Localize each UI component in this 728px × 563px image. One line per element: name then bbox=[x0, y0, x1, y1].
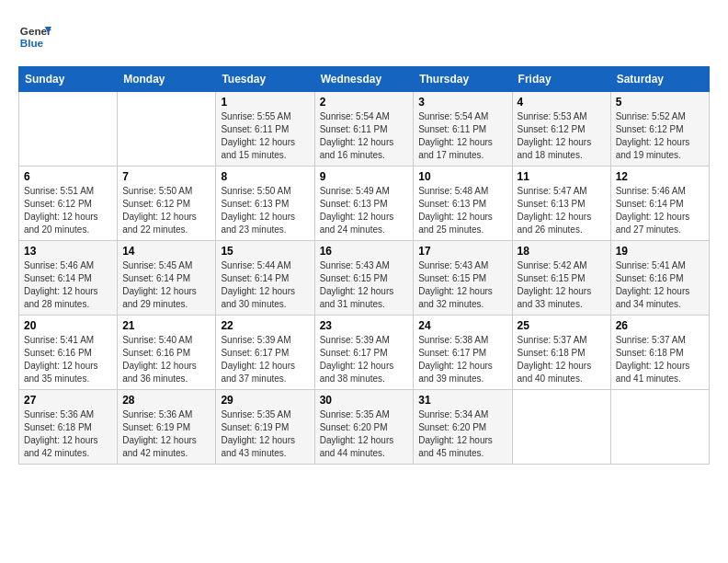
day-info: Sunrise: 5:48 AM Sunset: 6:13 PM Dayligh… bbox=[418, 185, 506, 236]
day-number: 10 bbox=[418, 170, 506, 183]
calendar-cell: 17Sunrise: 5:43 AM Sunset: 6:15 PM Dayli… bbox=[414, 241, 512, 316]
calendar-table: SundayMondayTuesdayWednesdayThursdayFrid… bbox=[18, 66, 710, 465]
day-number: 20 bbox=[24, 319, 112, 332]
calendar-cell: 23Sunrise: 5:39 AM Sunset: 6:17 PM Dayli… bbox=[314, 316, 414, 390]
day-header-saturday: Saturday bbox=[610, 67, 709, 92]
day-info: Sunrise: 5:54 AM Sunset: 6:11 PM Dayligh… bbox=[418, 110, 506, 162]
calendar-cell bbox=[610, 390, 709, 465]
calendar-cell bbox=[512, 390, 610, 465]
day-info: Sunrise: 5:36 AM Sunset: 6:18 PM Dayligh… bbox=[24, 408, 112, 460]
day-info: Sunrise: 5:43 AM Sunset: 6:15 PM Dayligh… bbox=[418, 259, 506, 311]
day-info: Sunrise: 5:37 AM Sunset: 6:18 PM Dayligh… bbox=[518, 334, 606, 385]
day-info: Sunrise: 5:55 AM Sunset: 6:11 PM Dayligh… bbox=[221, 110, 309, 162]
calendar-cell: 30Sunrise: 5:35 AM Sunset: 6:20 PM Dayli… bbox=[314, 390, 414, 465]
day-info: Sunrise: 5:37 AM Sunset: 6:18 PM Dayligh… bbox=[616, 334, 704, 385]
day-info: Sunrise: 5:46 AM Sunset: 6:14 PM Dayligh… bbox=[616, 185, 704, 236]
calendar-cell: 25Sunrise: 5:37 AM Sunset: 6:18 PM Dayli… bbox=[512, 316, 610, 390]
day-info: Sunrise: 5:41 AM Sunset: 6:16 PM Dayligh… bbox=[24, 334, 112, 385]
calendar-cell: 24Sunrise: 5:38 AM Sunset: 6:17 PM Dayli… bbox=[414, 316, 512, 390]
day-header-thursday: Thursday bbox=[414, 67, 512, 92]
day-info: Sunrise: 5:43 AM Sunset: 6:15 PM Dayligh… bbox=[320, 259, 409, 311]
day-number: 30 bbox=[320, 394, 409, 407]
calendar-cell: 20Sunrise: 5:41 AM Sunset: 6:16 PM Dayli… bbox=[19, 316, 118, 390]
calendar-cell: 13Sunrise: 5:46 AM Sunset: 6:14 PM Dayli… bbox=[19, 241, 118, 316]
day-info: Sunrise: 5:42 AM Sunset: 6:15 PM Dayligh… bbox=[518, 259, 606, 311]
logo-icon: General Blue bbox=[18, 18, 51, 52]
day-number: 9 bbox=[320, 170, 409, 183]
day-number: 6 bbox=[24, 170, 112, 183]
day-info: Sunrise: 5:46 AM Sunset: 6:14 PM Dayligh… bbox=[24, 259, 112, 311]
day-info: Sunrise: 5:41 AM Sunset: 6:16 PM Dayligh… bbox=[616, 259, 704, 311]
day-number: 31 bbox=[418, 394, 506, 407]
day-number: 14 bbox=[122, 245, 210, 258]
day-number: 4 bbox=[518, 96, 606, 109]
day-info: Sunrise: 5:47 AM Sunset: 6:13 PM Dayligh… bbox=[518, 185, 606, 236]
logo: General Blue bbox=[18, 18, 55, 52]
day-number: 18 bbox=[518, 245, 606, 258]
day-info: Sunrise: 5:54 AM Sunset: 6:11 PM Dayligh… bbox=[320, 110, 409, 162]
day-number: 1 bbox=[221, 96, 309, 109]
calendar-cell: 26Sunrise: 5:37 AM Sunset: 6:18 PM Dayli… bbox=[610, 316, 709, 390]
calendar-cell: 12Sunrise: 5:46 AM Sunset: 6:14 PM Dayli… bbox=[610, 167, 709, 241]
calendar-cell: 19Sunrise: 5:41 AM Sunset: 6:16 PM Dayli… bbox=[610, 241, 709, 316]
svg-text:General: General bbox=[20, 25, 51, 37]
day-number: 29 bbox=[221, 394, 309, 407]
calendar-cell bbox=[19, 92, 118, 167]
day-number: 12 bbox=[616, 170, 704, 183]
calendar-cell: 31Sunrise: 5:34 AM Sunset: 6:20 PM Dayli… bbox=[414, 390, 512, 465]
day-number: 21 bbox=[122, 319, 210, 332]
day-number: 11 bbox=[518, 170, 606, 183]
day-header-wednesday: Wednesday bbox=[314, 67, 414, 92]
day-number: 3 bbox=[418, 96, 506, 109]
calendar-cell: 3Sunrise: 5:54 AM Sunset: 6:11 PM Daylig… bbox=[414, 92, 512, 167]
day-header-tuesday: Tuesday bbox=[216, 67, 314, 92]
calendar-cell: 15Sunrise: 5:44 AM Sunset: 6:14 PM Dayli… bbox=[216, 241, 314, 316]
calendar-cell: 16Sunrise: 5:43 AM Sunset: 6:15 PM Dayli… bbox=[314, 241, 414, 316]
day-header-sunday: Sunday bbox=[19, 67, 118, 92]
calendar-cell bbox=[118, 92, 216, 167]
day-number: 16 bbox=[320, 245, 409, 258]
day-number: 25 bbox=[518, 319, 606, 332]
day-number: 2 bbox=[320, 96, 409, 109]
day-header-friday: Friday bbox=[512, 67, 610, 92]
day-info: Sunrise: 5:36 AM Sunset: 6:19 PM Dayligh… bbox=[122, 408, 210, 460]
calendar-cell: 10Sunrise: 5:48 AM Sunset: 6:13 PM Dayli… bbox=[414, 167, 512, 241]
day-info: Sunrise: 5:53 AM Sunset: 6:12 PM Dayligh… bbox=[518, 110, 606, 162]
day-info: Sunrise: 5:45 AM Sunset: 6:14 PM Dayligh… bbox=[122, 259, 210, 311]
day-info: Sunrise: 5:51 AM Sunset: 6:12 PM Dayligh… bbox=[24, 185, 112, 236]
day-info: Sunrise: 5:50 AM Sunset: 6:13 PM Dayligh… bbox=[221, 185, 309, 236]
svg-text:Blue: Blue bbox=[20, 37, 44, 49]
day-number: 7 bbox=[122, 170, 210, 183]
day-info: Sunrise: 5:50 AM Sunset: 6:12 PM Dayligh… bbox=[122, 185, 210, 236]
day-number: 22 bbox=[221, 319, 309, 332]
day-number: 27 bbox=[24, 394, 112, 407]
day-number: 23 bbox=[320, 319, 409, 332]
day-info: Sunrise: 5:39 AM Sunset: 6:17 PM Dayligh… bbox=[221, 334, 309, 385]
day-info: Sunrise: 5:38 AM Sunset: 6:17 PM Dayligh… bbox=[418, 334, 506, 385]
day-header-monday: Monday bbox=[118, 67, 216, 92]
day-number: 17 bbox=[418, 245, 506, 258]
calendar-cell: 21Sunrise: 5:40 AM Sunset: 6:16 PM Dayli… bbox=[118, 316, 216, 390]
day-info: Sunrise: 5:49 AM Sunset: 6:13 PM Dayligh… bbox=[320, 185, 409, 236]
calendar-cell: 14Sunrise: 5:45 AM Sunset: 6:14 PM Dayli… bbox=[118, 241, 216, 316]
page-header: General Blue bbox=[18, 18, 710, 52]
day-number: 24 bbox=[418, 319, 506, 332]
day-info: Sunrise: 5:39 AM Sunset: 6:17 PM Dayligh… bbox=[320, 334, 409, 385]
day-info: Sunrise: 5:35 AM Sunset: 6:19 PM Dayligh… bbox=[221, 408, 309, 460]
day-info: Sunrise: 5:40 AM Sunset: 6:16 PM Dayligh… bbox=[122, 334, 210, 385]
calendar-cell: 7Sunrise: 5:50 AM Sunset: 6:12 PM Daylig… bbox=[118, 167, 216, 241]
calendar-cell: 8Sunrise: 5:50 AM Sunset: 6:13 PM Daylig… bbox=[216, 167, 314, 241]
day-number: 15 bbox=[221, 245, 309, 258]
calendar-cell: 18Sunrise: 5:42 AM Sunset: 6:15 PM Dayli… bbox=[512, 241, 610, 316]
day-info: Sunrise: 5:44 AM Sunset: 6:14 PM Dayligh… bbox=[221, 259, 309, 311]
calendar-cell: 6Sunrise: 5:51 AM Sunset: 6:12 PM Daylig… bbox=[19, 167, 118, 241]
calendar-cell: 1Sunrise: 5:55 AM Sunset: 6:11 PM Daylig… bbox=[216, 92, 314, 167]
day-info: Sunrise: 5:35 AM Sunset: 6:20 PM Dayligh… bbox=[320, 408, 409, 460]
calendar-cell: 11Sunrise: 5:47 AM Sunset: 6:13 PM Dayli… bbox=[512, 167, 610, 241]
day-number: 19 bbox=[616, 245, 704, 258]
day-number: 13 bbox=[24, 245, 112, 258]
calendar-cell: 9Sunrise: 5:49 AM Sunset: 6:13 PM Daylig… bbox=[314, 167, 414, 241]
calendar-cell: 22Sunrise: 5:39 AM Sunset: 6:17 PM Dayli… bbox=[216, 316, 314, 390]
calendar-cell: 29Sunrise: 5:35 AM Sunset: 6:19 PM Dayli… bbox=[216, 390, 314, 465]
calendar-cell: 27Sunrise: 5:36 AM Sunset: 6:18 PM Dayli… bbox=[19, 390, 118, 465]
